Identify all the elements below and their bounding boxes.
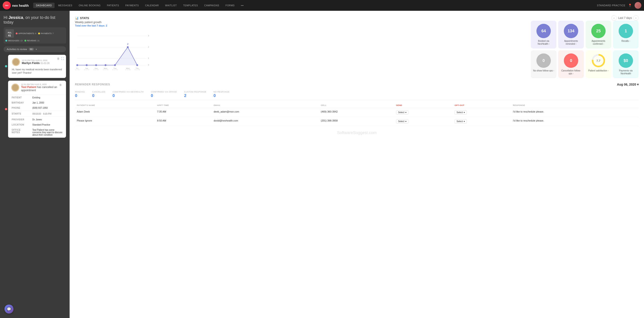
svg-point-11 xyxy=(105,64,106,66)
reminder-table: PATIENT'S NAME APPT TIME EMAIL CELL SEND… xyxy=(75,103,638,126)
chart-total: Total over the last 7 days: 2 xyxy=(75,24,526,27)
reviews-dot xyxy=(24,40,26,42)
stat-no-response: NO RESPONSE 0 xyxy=(214,91,230,98)
cancel-card[interactable]: 12:31 PM THU AUG 6, 2020 Test Patient ha… xyxy=(8,80,66,138)
stat-confirmed-office: CONFIRMED VIA OFFICE 0 xyxy=(151,91,177,98)
appt-time-2: 8:50 AM xyxy=(156,117,212,126)
opt-out-select-1[interactable]: Select ▾ xyxy=(453,108,511,117)
timeline-dot-2 xyxy=(5,108,7,110)
cancel-action: Test Patient has cancelled an appointmen… xyxy=(21,86,63,92)
send-select-2[interactable]: Select ▾ xyxy=(394,117,453,126)
svg-point-10 xyxy=(95,64,97,66)
stat-card-cancellation[interactable]: 0 Cancellation follow-ups › xyxy=(558,50,584,78)
filter-reviews[interactable]: REVIEWS 21 xyxy=(24,40,40,42)
filter-bar: ALL 61 APPOINTMENTS 8 PAYMENTS 7 MESSAGE… xyxy=(4,28,66,44)
activities-dropdown[interactable]: Activities to review 61 ▾ xyxy=(4,46,66,52)
stat-label-cancellation: Cancellation follow-ups › xyxy=(560,69,582,75)
chat-icon: 💬 xyxy=(7,307,11,311)
nav-item-waitlist[interactable]: WAITLIST xyxy=(162,3,180,8)
stat-circle-cancellation: 0 xyxy=(564,54,578,68)
card-header: 12:31 PM THU AUG 6, 2020 Marilyn Fields … xyxy=(12,58,63,66)
table-row: Adam Deeb 7:35 AM deeb_adam@msn.com (469… xyxy=(75,108,638,117)
stat-card-noshow[interactable]: 0 No-show follow-ups › xyxy=(531,50,556,78)
stat-card-reminded[interactable]: 134 Appointments reminded › xyxy=(558,21,584,48)
cancel-card-wrapper: 12:31 PM THU AUG 6, 2020 Test Patient ha… xyxy=(4,80,66,138)
card-meta-1: 12:31 PM THU AUG 6, 2020 Marilyn Fields … xyxy=(22,59,63,65)
chart-svg: 3 2 1 0 xyxy=(75,30,526,70)
stat-card-payments[interactable]: $0 Payments via NexHealth xyxy=(613,50,638,78)
patient-name-1: Adam Deeb xyxy=(75,108,156,117)
logo[interactable]: nex nex health xyxy=(3,1,29,10)
stat-circle-reminded: 134 xyxy=(564,24,578,38)
reminder-date[interactable]: Aug 06, 2020 ▾ xyxy=(617,83,638,86)
delete-icon[interactable]: 🗑 xyxy=(57,57,60,60)
appt-time-1: 7:35 AM xyxy=(156,108,212,117)
filter-messages[interactable]: MESSAGES 13 xyxy=(6,40,23,42)
chevron-down-icon-3: ▾ xyxy=(405,111,406,114)
send-select-button-2[interactable]: Select ▾ xyxy=(396,119,408,124)
payments-dot xyxy=(38,32,40,34)
chevron-down-icon: ▾ xyxy=(36,48,37,50)
next-period-button[interactable]: › xyxy=(633,15,638,21)
opt-out-select-button-2[interactable]: Select ▾ xyxy=(454,119,467,124)
stat-card-confirmed[interactable]: 25 Appointments confirmed › xyxy=(586,21,611,48)
nav-item-dashboard[interactable]: DASHBOARD xyxy=(33,3,54,8)
table-row: PHONE (609) 937-1950 xyxy=(8,106,66,110)
reminder-section: REMINDER RESPONSES Aug 06, 2020 ▾ PENDIN… xyxy=(75,83,638,140)
nav-item-online-booking[interactable]: ONLINE BOOKING xyxy=(76,3,103,8)
filter-payments[interactable]: PAYMENTS 7 xyxy=(38,32,54,34)
reminder-table-head: PATIENT'S NAME APPT TIME EMAIL CELL SEND… xyxy=(75,103,638,108)
stats-content: Weekly patient growth Total over the las… xyxy=(75,21,638,78)
stat-label-noshow: No-show follow-ups › xyxy=(533,69,554,72)
svg-point-14 xyxy=(136,64,138,66)
filter-appointments[interactable]: APPOINTMENTS 8 xyxy=(16,32,36,34)
cancel-delete-icon[interactable]: 🗑 xyxy=(59,83,62,86)
stats-title: 📊 STATS xyxy=(75,16,89,20)
nav-item-patients[interactable]: PATIENTS xyxy=(104,3,122,8)
table-row: Please Ignore 8:50 AM dovid@nexhealth.co… xyxy=(75,117,638,126)
svg-text:Aug 04: Aug 04 xyxy=(112,69,118,70)
stats-period: ‹ Last 7 days › xyxy=(612,15,638,21)
send-select-1[interactable]: Select ▾ xyxy=(394,108,453,117)
card-body-1: Hi, have my medical records been transfe… xyxy=(12,68,63,75)
stat-card-satisfaction[interactable]: 7.7 Patient satisfaction › xyxy=(586,50,611,78)
external-link-icon[interactable]: ⛶ xyxy=(61,57,64,60)
svg-text:Jul 31: Jul 31 xyxy=(75,69,80,70)
message-card[interactable]: 🗑 ⛶ 12:31 PM THU AUG 6, 2020 Marilyn Fie… xyxy=(8,55,66,78)
table-header-row: PATIENT'S NAME APPT TIME EMAIL CELL SEND… xyxy=(75,103,638,108)
table-row: OFFICE NOTES Test Patient has some conce… xyxy=(8,128,66,137)
svg-text:3: 3 xyxy=(148,34,149,37)
opt-out-select-button-1[interactable]: Select ▾ xyxy=(454,110,467,114)
stat-label-booked: Booked via NexHealth › xyxy=(533,40,554,45)
starts-table: STARTS 08/15/20 6:15 PM xyxy=(8,111,66,116)
prev-period-button[interactable]: ‹ xyxy=(612,15,617,21)
logo-text: nex health xyxy=(12,4,29,8)
chat-bubble-button[interactable]: 💬 xyxy=(4,304,14,314)
chevron-down-icon-6: ▾ xyxy=(464,120,465,122)
nav-item-messages[interactable]: MESSAGES xyxy=(56,3,75,8)
cancel-time: 12:31 PM THU AUG 6, 2020 xyxy=(21,83,63,86)
start-date-strike: 08/15/20 xyxy=(32,112,41,115)
response-1: I'd like to reschedule please. xyxy=(511,108,638,117)
send-select-button-1[interactable]: Select ▾ xyxy=(396,110,408,114)
cancel-detail-table: PATIENT Existing BIRTHDAY Jan 1, 2000 PH… xyxy=(8,95,66,111)
nav-item-campaigns[interactable]: CAMPAIGNS xyxy=(202,3,222,8)
opt-out-select-2[interactable]: Select ▾ xyxy=(453,117,511,126)
card-name-1: Marilyn Fields 01-02-39 xyxy=(22,62,63,65)
nav-item-payments[interactable]: PAYMENTS xyxy=(122,3,142,8)
user-avatar[interactable] xyxy=(634,2,641,9)
nav-item-templates[interactable]: TEMPLATES xyxy=(180,3,200,8)
card-avatar-1 xyxy=(12,58,20,66)
nav-item-more[interactable]: ••• xyxy=(238,3,246,8)
nav-item-calendar[interactable]: CALENDAR xyxy=(142,3,162,8)
stat-card-recalls[interactable]: 1 Recalls › xyxy=(613,21,638,48)
table-row: STARTS 08/15/20 6:15 PM xyxy=(8,112,66,116)
nav-item-forms[interactable]: FORMS xyxy=(223,3,237,8)
filter-all[interactable]: ALL 61 xyxy=(6,29,14,38)
stat-cards-grid: 64 Booked via NexHealth › 134 Appointmen… xyxy=(531,21,638,78)
stat-card-booked[interactable]: 64 Booked via NexHealth › xyxy=(531,21,556,48)
stat-label-confirmed: Appointments confirmed › xyxy=(588,40,609,45)
svg-point-9 xyxy=(86,64,88,66)
right-panel: 📊 STATS ‹ Last 7 days › Weekly patient g… xyxy=(70,11,644,318)
svg-point-8 xyxy=(76,64,78,66)
